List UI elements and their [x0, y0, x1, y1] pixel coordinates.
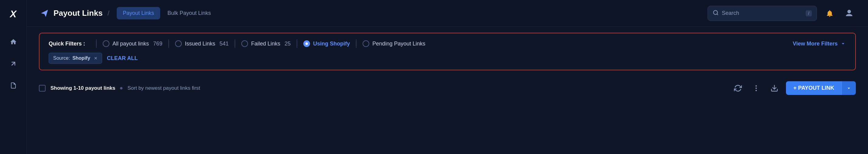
download-button[interactable]: [768, 82, 781, 95]
bottom-bar: Showing 1-10 payout links Sort by newest…: [27, 76, 868, 100]
filter-count-issued: 541: [219, 41, 228, 47]
dot-separator: [120, 87, 122, 89]
filter-using-shopify[interactable]: Using Shopify: [303, 40, 350, 47]
active-filters-row: Source: Shopify ✕ CLEAR ALL: [49, 53, 846, 64]
filter-count-failed: 25: [284, 41, 290, 47]
svg-point-0: [714, 10, 718, 14]
filter-tag-close[interactable]: ✕: [94, 56, 98, 61]
download-icon: [770, 84, 778, 92]
refresh-icon: [734, 84, 742, 92]
home-icon: [10, 38, 17, 45]
showing-text: Showing 1-10 payout links: [51, 85, 115, 91]
filter-failed-links[interactable]: Failed Links 25: [241, 40, 290, 47]
sidebar-item-external[interactable]: [7, 57, 20, 70]
quick-filters-label: Quick Filters :: [49, 41, 85, 47]
svg-point-3: [755, 90, 757, 91]
search-bar[interactable]: Search /: [708, 6, 817, 21]
select-all-checkbox[interactable]: [39, 85, 45, 91]
filter-tag-value: Shopify: [72, 55, 90, 61]
topbar-left: Payout Links / Payout Links Bulk Payout …: [39, 7, 703, 20]
filter-label-pending: Pending Payout Links: [372, 41, 425, 47]
filter-label-all: All payout links: [113, 41, 149, 47]
search-input[interactable]: Search: [722, 10, 803, 16]
sidebar-nav: [7, 35, 20, 92]
filter-label-shopify: Using Shopify: [313, 41, 350, 47]
user-icon[interactable]: [842, 7, 856, 20]
svg-point-2: [755, 87, 757, 88]
arrow-up-right-icon: [10, 60, 17, 67]
refresh-button[interactable]: [731, 82, 745, 95]
filter-sep-5: [356, 39, 356, 48]
filter-area: Quick Filters : All payout links 769 Iss…: [27, 27, 868, 76]
add-payout-link-group: + PAYOUT LINK: [786, 81, 856, 95]
filter-label-failed: Failed Links: [251, 41, 280, 47]
chevron-down-icon: [840, 41, 846, 47]
bottom-actions: + PAYOUT LINK: [731, 81, 856, 95]
filter-issued-links[interactable]: Issued Links 541: [175, 40, 228, 47]
add-payout-link-button[interactable]: + PAYOUT LINK: [786, 81, 842, 95]
topbar: Payout Links / Payout Links Bulk Payout …: [27, 0, 868, 27]
view-more-label: View More Filters: [793, 41, 838, 47]
topbar-right: Search /: [708, 6, 856, 21]
breadcrumb-separator: /: [107, 9, 110, 17]
filter-box: Quick Filters : All payout links 769 Iss…: [39, 33, 856, 70]
filter-pending[interactable]: Pending Payout Links: [363, 40, 425, 47]
more-options-button[interactable]: [749, 82, 763, 95]
sidebar-item-home[interactable]: [7, 35, 20, 48]
tab-payout-links[interactable]: Payout Links: [117, 7, 160, 20]
filter-radio-failed: [241, 40, 248, 47]
filter-radio-issued: [175, 40, 182, 47]
notification-icon[interactable]: [823, 7, 836, 20]
filter-radio-pending: [363, 40, 369, 47]
filter-tag-prefix: Source:: [53, 55, 70, 61]
send-icon: [40, 9, 49, 17]
view-more-filters[interactable]: View More Filters: [793, 41, 846, 47]
sidebar-item-document[interactable]: [7, 79, 20, 92]
chevron-down-icon: [846, 85, 851, 91]
payout-nav-icon: [39, 8, 50, 19]
filter-radio-shopify: [303, 40, 310, 47]
search-icon: [713, 10, 719, 17]
logo-text: X: [10, 8, 17, 20]
filter-sep-4: [297, 39, 297, 48]
clear-all-button[interactable]: CLEAR ALL: [107, 55, 138, 62]
tab-bulk-payout-links[interactable]: Bulk Payout Links: [161, 7, 217, 20]
document-icon: [10, 82, 17, 89]
filter-sep-3: [235, 39, 235, 48]
sort-text: Sort by newest payout links first: [127, 85, 200, 91]
filter-tag-shopify: Source: Shopify ✕: [49, 53, 102, 64]
filter-sep-1: [96, 39, 97, 48]
filter-count-all: 769: [153, 41, 162, 47]
app-logo[interactable]: X: [7, 7, 20, 21]
main-content: Payout Links / Payout Links Bulk Payout …: [27, 0, 868, 154]
filter-sep-2: [168, 39, 169, 48]
filter-label-issued: Issued Links: [185, 41, 215, 47]
filter-all-payout-links[interactable]: All payout links 769: [103, 40, 162, 47]
page-title: Payout Links: [54, 8, 103, 18]
add-payout-link-dropdown[interactable]: [842, 81, 856, 95]
quick-filters-row: Quick Filters : All payout links 769 Iss…: [49, 39, 846, 48]
filter-radio-all: [103, 40, 110, 47]
sidebar: X: [0, 0, 27, 154]
more-vertical-icon: [752, 84, 760, 92]
tab-nav: Payout Links Bulk Payout Links: [117, 7, 217, 20]
search-kbd: /: [806, 10, 812, 16]
svg-point-1: [755, 85, 757, 86]
